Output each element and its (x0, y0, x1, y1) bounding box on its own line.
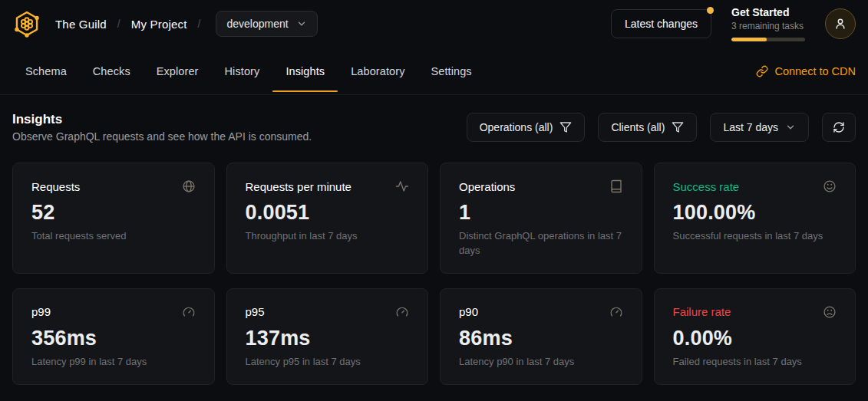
stat-card-success-rate: Success rate 100.00% Successful requests… (654, 163, 856, 274)
card-title: Requests per minute (246, 180, 351, 193)
unread-dot (707, 7, 714, 14)
chevron-down-icon (785, 122, 796, 133)
header-right-cluster: Latest changes Get Started 3 remaining t… (611, 6, 856, 41)
card-title: p99 (31, 305, 51, 318)
card-title: Success rate (673, 180, 740, 193)
stat-card-failure-rate: Failure rate 0.00% Failed requests in la… (654, 288, 856, 386)
card-description: Successful requests in last 7 days (673, 229, 837, 243)
gauge-icon (182, 305, 196, 319)
user-icon (833, 17, 847, 31)
insights-section: Insights Observe GraphQL requests and se… (0, 95, 868, 385)
latest-changes-button[interactable]: Latest changes (611, 9, 711, 38)
guild-hive-logo-icon[interactable] (12, 9, 41, 38)
tab-insights[interactable]: Insights (272, 48, 338, 94)
card-description: Failed requests in last 7 days (673, 355, 837, 369)
gauge-icon (395, 305, 409, 319)
smile-icon (823, 179, 837, 193)
get-started-title: Get Started (731, 6, 805, 20)
app-header: The Guild / My Project / development Lat… (0, 0, 868, 48)
insights-heading-block: Insights Observe GraphQL requests and se… (12, 112, 312, 143)
stat-card-requests: Requests 52 Total requests served (12, 163, 215, 274)
tab-schema[interactable]: Schema (12, 48, 80, 94)
card-value: 100.00% (673, 200, 837, 225)
tab-checks[interactable]: Checks (80, 48, 144, 94)
globe-icon (182, 179, 196, 193)
card-description: Latency p99 in last 7 days (31, 355, 196, 369)
card-value: 1 (459, 200, 623, 225)
chevron-down-icon (296, 18, 307, 29)
get-started-progress-fill (731, 38, 767, 41)
project-nav-tabs: Schema Checks Explorer History Insights … (0, 48, 868, 95)
filter-icon (672, 121, 684, 133)
connect-to-cdn-link[interactable]: Connect to CDN (756, 48, 856, 94)
card-description: Throughput in last 7 days (246, 229, 410, 243)
card-value: 0.0051 (246, 200, 410, 225)
filter-icon (559, 121, 572, 133)
page-subtitle: Observe GraphQL requests and see how the… (12, 130, 312, 143)
stat-card-requests-per-minute: Requests per minute 0.0051 Throughput in… (226, 163, 429, 274)
period-selector-dropdown[interactable]: Last 7 days (710, 113, 809, 142)
card-title: Requests (31, 180, 80, 193)
connect-to-cdn-label: Connect to CDN (774, 65, 856, 77)
stat-card-p95: p95 137ms Latency p95 in last 7 days (226, 288, 429, 386)
page-title: Insights (12, 112, 312, 127)
card-title: Failure rate (673, 305, 731, 318)
breadcrumb-separator: / (195, 18, 204, 30)
link-icon (756, 65, 768, 77)
get-started-widget[interactable]: Get Started 3 remaining tasks (731, 6, 805, 41)
card-value: 137ms (246, 326, 410, 350)
book-icon (609, 179, 623, 193)
get-started-progress-bar (731, 38, 805, 41)
stat-card-operations: Operations 1 Distinct GraphQL operations… (440, 163, 642, 274)
clients-filter-button[interactable]: Clients (all) (598, 113, 697, 142)
card-description: Latency p90 in last 7 days (459, 355, 623, 369)
stat-card-p90: p90 86ms Latency p90 in last 7 days (440, 288, 642, 386)
gauge-icon (609, 305, 623, 319)
card-value: 0.00% (673, 326, 837, 350)
latest-changes-label: Latest changes (625, 18, 698, 30)
card-value: 86ms (459, 326, 623, 350)
breadcrumb-org[interactable]: The Guild (55, 18, 107, 31)
tab-explorer[interactable]: Explorer (144, 48, 212, 94)
operations-filter-button[interactable]: Operations (all) (467, 113, 586, 142)
card-description: Total requests served (31, 229, 196, 243)
card-title: p90 (459, 305, 478, 318)
breadcrumb-separator: / (114, 18, 124, 30)
refresh-button[interactable] (822, 113, 856, 142)
breadcrumb-project[interactable]: My Project (131, 18, 187, 31)
frown-icon (823, 305, 837, 319)
tab-laboratory[interactable]: Laboratory (338, 48, 417, 94)
operations-filter-label: Operations (all) (480, 121, 553, 133)
stat-card-p99: p99 356ms Latency p99 in last 7 days (12, 288, 215, 386)
card-description: Distinct GraphQL operations in last 7 da… (459, 229, 623, 257)
card-title: p95 (246, 305, 265, 318)
clients-filter-label: Clients (all) (611, 121, 665, 133)
target-selector-value: development (226, 18, 288, 30)
stats-cards-grid: Requests 52 Total requests served Reques… (12, 163, 856, 385)
activity-icon (395, 179, 409, 193)
card-title: Operations (459, 180, 515, 193)
get-started-remaining-tasks: 3 remaining tasks (731, 21, 805, 33)
card-value: 52 (31, 200, 196, 225)
tab-settings[interactable]: Settings (417, 48, 484, 94)
filters-toolbar: Operations (all) Clients (all) Last 7 da… (467, 113, 856, 142)
card-value: 356ms (31, 326, 196, 350)
target-selector-dropdown[interactable]: development (216, 11, 317, 37)
refresh-icon (833, 121, 845, 133)
tab-history[interactable]: History (212, 48, 273, 94)
user-avatar[interactable] (825, 8, 856, 39)
card-description: Latency p95 in last 7 days (246, 355, 410, 369)
period-selector-value: Last 7 days (723, 121, 778, 133)
